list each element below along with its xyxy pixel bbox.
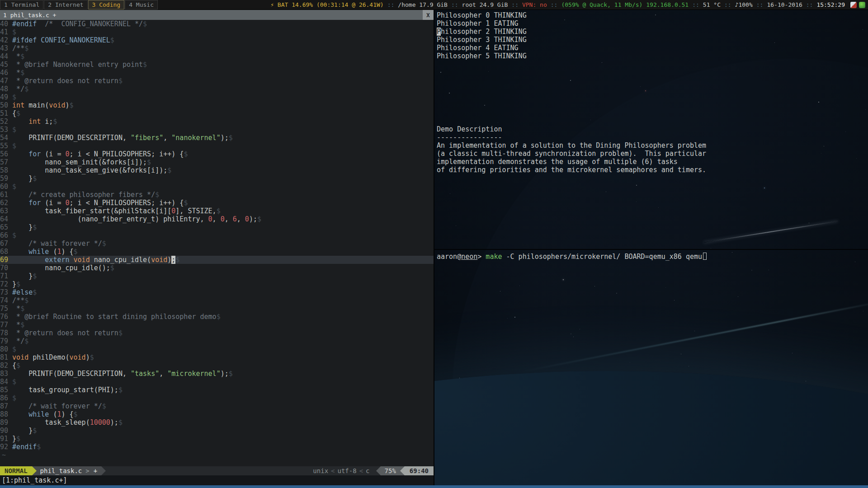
focused-window-border <box>0 485 868 488</box>
line-number: 83 <box>0 370 12 378</box>
code-line-73: 73#else$ <box>0 288 434 296</box>
line-number: 47 <box>0 77 12 85</box>
terminal-cursor: P <box>437 28 441 36</box>
terminal-qemu-output[interactable]: Philosopher 0 THINKINGPhilosopher 1 EATI… <box>434 10 868 249</box>
line-number: 64 <box>0 215 12 223</box>
vim-mode-indicator: NORMAL <box>0 466 32 475</box>
line-number: 73 <box>0 288 12 296</box>
vim-cmdline: [1:phil_task.c+] <box>0 475 434 485</box>
i3-status-bar: 1 Terminal2 Internet3 Coding4 Music ⚡ BA… <box>0 0 868 10</box>
code-area[interactable]: 40#endif /* CONFIG_NANOKERNEL */$41$42#i… <box>0 20 434 451</box>
systray-icon-2[interactable] <box>859 2 865 8</box>
system-tray <box>850 2 865 8</box>
file-format: unix <box>310 466 331 475</box>
vim-cursor: ; <box>171 256 175 264</box>
workspace-button-4[interactable]: 4 Music <box>125 0 158 9</box>
code-line-43: 43/**$ <box>0 44 434 52</box>
workspace-button-2[interactable]: 2 Internet <box>44 0 87 9</box>
code-line-74: 74/**$ <box>0 296 434 305</box>
line-number: 86 <box>0 394 12 402</box>
line-number: 48 <box>0 85 12 93</box>
workspace-button-1[interactable]: 1 Terminal <box>0 0 43 9</box>
code-line-46: 46 *$ <box>0 69 434 77</box>
line-number: 43 <box>0 44 12 52</box>
chevron-left-icon: < <box>331 466 335 475</box>
terminal-line: Philosopher 3 THINKING <box>434 36 868 44</box>
code-line-81: 81void philDemo(void)$ <box>0 353 434 361</box>
terminal-line: (a classic multi-thread synchronization … <box>434 150 868 158</box>
code-line-44: 44 *$ <box>0 52 434 61</box>
line-number: 77 <box>0 321 12 329</box>
separator: :: <box>692 1 699 8</box>
terminal-line: Philosopher 2 THINKING <box>434 28 868 36</box>
line-number: 42 <box>0 36 12 44</box>
systray-icon-1[interactable] <box>850 2 857 8</box>
window-title: 1 phil_task.c + <box>0 12 423 19</box>
line-number: 63 <box>0 207 12 215</box>
powerline-arrow-icon <box>376 466 381 475</box>
code-line-77: 77 *$ <box>0 321 434 329</box>
time-display: 15:52:29 <box>816 1 845 8</box>
code-line-90: 90 }$ <box>0 427 434 435</box>
workspace-list: 1 Terminal2 Internet3 Coding4 Music <box>0 0 158 9</box>
terminal-line <box>434 101 868 109</box>
code-line-76: 76 * @brief Routine to start dining phil… <box>0 313 434 321</box>
terminal-shell[interactable]: aaron@neon> make -C philosophers/microke… <box>434 250 868 485</box>
code-line-41: 41$ <box>0 28 434 36</box>
line-number: 60 <box>0 183 12 191</box>
code-line-87: 87 /* wait forever */$ <box>0 402 434 410</box>
terminal-line <box>434 117 868 125</box>
line-number: 44 <box>0 52 12 61</box>
line-number: 40 <box>0 20 12 28</box>
code-line-42: 42#ifdef CONFIG_NANOKERNEL$ <box>0 36 434 44</box>
terminal-line: ---------------- <box>434 133 868 141</box>
terminal-line <box>434 109 868 117</box>
code-line-58: 58 nano_task_sem_give(&forks[i]);$ <box>0 166 434 174</box>
line-number: 90 <box>0 427 12 435</box>
code-line-59: 59 }$ <box>0 174 434 183</box>
line-number: 45 <box>0 61 12 69</box>
terminal-line: Philosopher 0 THINKING <box>434 11 868 19</box>
line-number: 41 <box>0 28 12 36</box>
terminal-line <box>434 68 868 76</box>
vpn-status: VPN: no <box>522 1 547 8</box>
code-line-70: 70 nano_cpu_idle();$ <box>0 264 434 272</box>
line-number: 74 <box>0 296 12 305</box>
powerline-arrow-icon <box>101 466 106 475</box>
line-number: 89 <box>0 418 12 427</box>
line-number: 49 <box>0 93 12 101</box>
code-line-54: 54 PRINTF(DEMO_DESCRIPTION, "fibers", "n… <box>0 134 434 142</box>
code-line-50: 50int main(void)$ <box>0 101 434 109</box>
close-button[interactable]: X <box>423 10 434 20</box>
vim-editor-window[interactable]: 1 phil_task.c + X 40#endif /* CONFIG_NAN… <box>0 10 434 485</box>
code-line-51: 51{$ <box>0 109 434 117</box>
line-number: 62 <box>0 199 12 207</box>
line-number: 69 <box>0 256 12 264</box>
terminal-line: An implementation of a solution to the D… <box>434 141 868 150</box>
workspace-button-3[interactable]: 3 Coding <box>88 0 125 9</box>
code-line-79: 79 */$ <box>0 337 434 345</box>
separator: :: <box>551 1 558 8</box>
date-display: 16-10-2016 <box>767 1 802 8</box>
shell-command-args: -C philosophers/microkernel/ BOARD=qemu_… <box>502 253 703 261</box>
window-divider-horizontal[interactable] <box>434 249 868 250</box>
line-number: 79 <box>0 337 12 345</box>
powerline-arrow-icon <box>32 466 37 475</box>
window-divider-vertical[interactable] <box>434 10 434 485</box>
prompt-at-symbol: @ <box>457 253 461 261</box>
line-number: 91 <box>0 435 12 443</box>
status-segments: ⚡ BAT 14.69% (00:31:14 @ 26.41W)::/home … <box>270 1 845 8</box>
line-number: 61 <box>0 191 12 199</box>
separator: :: <box>724 1 731 8</box>
line-number: 52 <box>0 117 12 126</box>
window-titlebar[interactable]: 1 phil_task.c + X <box>0 10 434 20</box>
line-number: 51 <box>0 109 12 117</box>
line-number: 72 <box>0 280 12 288</box>
line-number: 81 <box>0 353 12 361</box>
line-number: 78 <box>0 329 12 337</box>
line-number: 65 <box>0 223 12 231</box>
line-number: 67 <box>0 239 12 248</box>
line-number: 66 <box>0 231 12 239</box>
line-number: 46 <box>0 69 12 77</box>
modified-flag: + <box>90 466 101 475</box>
